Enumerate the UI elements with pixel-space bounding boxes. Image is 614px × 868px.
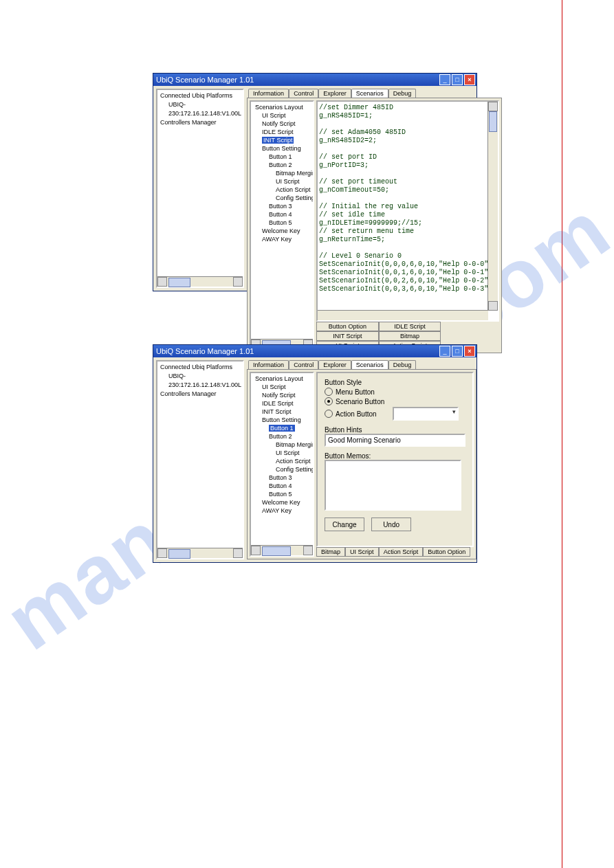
group-button-style: Button Style Menu Button Scenario Button… [325, 379, 465, 421]
scroll-thumb[interactable] [262, 546, 291, 556]
tree-b2-ui-script[interactable]: UI Script [252, 449, 311, 457]
tab-debug[interactable]: Debug [388, 360, 417, 369]
tree-button-5[interactable]: Button 5 [252, 490, 311, 498]
tree-scenarios-layout[interactable]: Scenarios Layout [252, 103, 311, 111]
scroll-right-icon[interactable] [303, 546, 313, 555]
tree-bitmap-merging[interactable]: Bitmap Merging [252, 169, 311, 177]
tree-b2-action-script[interactable]: Action Script [252, 457, 311, 465]
tree-ui-script[interactable]: UI Script [252, 111, 311, 120]
btab-bitmap[interactable]: Bitmap [316, 547, 345, 557]
tree-button-2[interactable]: Button 2 [252, 432, 311, 441]
change-button[interactable]: Change [325, 518, 364, 531]
btab-action-script[interactable]: Action Script [379, 547, 424, 557]
tab-information[interactable]: Information [248, 360, 289, 369]
btab-ui-script[interactable]: UI Script [345, 547, 379, 557]
tree-button-4[interactable]: Button 4 [252, 210, 311, 219]
undo-button[interactable]: Undo [371, 518, 411, 531]
tree-button-3[interactable]: Button 3 [252, 474, 311, 482]
tree-controllers[interactable]: Controllers Manager [159, 390, 241, 399]
scroll-left-icon[interactable] [157, 548, 167, 558]
tree-root[interactable]: Connected Ubiq Platforms [159, 363, 241, 372]
scenario-tree[interactable]: Scenarios Layout UI Script Notify Script… [251, 102, 313, 339]
platforms-tree[interactable]: Connected Ubiq Platforms UBIQ-230:172.16… [157, 90, 243, 276]
scroll-left-icon[interactable] [251, 546, 261, 555]
left-hscroll[interactable] [157, 276, 243, 287]
scroll-thumb[interactable] [168, 549, 190, 559]
tree-b2-config-setting[interactable]: Config Setting [252, 194, 311, 202]
tree-init-script[interactable]: INIT Script [252, 136, 311, 144]
maximize-button[interactable]: □ [452, 74, 463, 85]
tree-button-2[interactable]: Button 2 [252, 161, 311, 169]
tab-explorer[interactable]: Explorer [318, 360, 351, 369]
scroll-up-icon[interactable] [488, 102, 498, 111]
radio-scenario-button[interactable]: Scenario Button [325, 397, 465, 405]
close-button[interactable]: × [464, 346, 475, 357]
minimize-button[interactable]: _ [439, 74, 450, 85]
tree-idle-script[interactable]: IDLE Script [252, 128, 311, 136]
titlebar[interactable]: UbiQ Scenario Manager 1.01 _ □ × [153, 345, 476, 357]
scenario-tree[interactable]: Scenarios Layout UI Script Notify Script… [251, 373, 313, 545]
tab-scenarios[interactable]: Scenarios [351, 89, 388, 98]
tab-information[interactable]: Information [248, 89, 289, 98]
tree-b2-action-script[interactable]: Action Script [252, 186, 311, 194]
tree-away-key[interactable]: AWAY Key [252, 507, 311, 515]
minimize-button[interactable]: _ [439, 346, 450, 357]
scroll-thumb[interactable] [168, 278, 190, 287]
radio-menu-button[interactable]: Menu Button [325, 388, 465, 396]
scroll-left-icon[interactable] [157, 277, 167, 287]
tree-controllers[interactable]: Controllers Manager [159, 118, 241, 127]
window-scenario-manager-1[interactable]: UbiQ Scenario Manager 1.01 _ □ × Connect… [153, 73, 477, 291]
titlebar[interactable]: UbiQ Scenario Manager 1.01 _ □ × [153, 74, 476, 86]
window-controls: _ □ × [439, 74, 475, 85]
tab-debug[interactable]: Debug [388, 89, 417, 98]
tree-button-3[interactable]: Button 3 [252, 202, 311, 210]
tree-notify-script[interactable]: Notify Script [252, 120, 311, 128]
tree-root[interactable]: Connected Ubiq Platforms [159, 91, 241, 100]
input-button-memos[interactable] [325, 460, 461, 511]
tree-button-4[interactable]: Button 4 [252, 482, 311, 490]
btab-init-script[interactable]: INIT Script [316, 331, 379, 341]
tree-button-1[interactable]: Button 1 [252, 153, 311, 161]
tree-b2-config-setting[interactable]: Config Setting [252, 465, 311, 474]
editor-hscroll[interactable] [318, 310, 488, 320]
tab-control[interactable]: Control [289, 360, 318, 369]
tree-idle-script[interactable]: IDLE Script [252, 399, 311, 408]
close-button[interactable]: × [464, 74, 475, 85]
scroll-down-icon[interactable] [488, 301, 498, 311]
editor-vscroll[interactable] [487, 102, 498, 311]
tree-b2-ui-script[interactable]: UI Script [252, 177, 311, 186]
tree-welcome-key[interactable]: Welcome Key [252, 227, 311, 235]
left-hscroll[interactable] [157, 548, 243, 558]
btab-bitmap[interactable]: Bitmap [379, 331, 441, 341]
tree-away-key[interactable]: AWAY Key [252, 235, 311, 243]
maximize-button[interactable]: □ [452, 346, 463, 357]
tree-bitmap-merging[interactable]: Bitmap Merging [252, 441, 311, 449]
btab-idle-script[interactable]: IDLE Script [379, 322, 441, 331]
scroll-thumb[interactable] [489, 111, 497, 132]
tab-scenarios[interactable]: Scenarios [351, 360, 388, 369]
tree-scenarios-layout[interactable]: Scenarios Layout [252, 375, 311, 383]
tree-hscroll[interactable] [251, 545, 313, 555]
tree-node-device[interactable]: UBIQ-230:172.16.12.148:V1.00L [159, 100, 241, 118]
window-scenario-manager-2[interactable]: UbiQ Scenario Manager 1.01 _ □ × Connect… [153, 344, 477, 563]
code-editor[interactable]: //set Dimmer 485ID g_nRS485ID=1; // set … [316, 100, 499, 322]
tab-explorer[interactable]: Explorer [318, 89, 351, 98]
tree-button-5[interactable]: Button 5 [252, 219, 311, 227]
tree-init-script[interactable]: INIT Script [252, 408, 311, 416]
tree-notify-script[interactable]: Notify Script [252, 391, 311, 399]
tab-control[interactable]: Control [289, 89, 318, 98]
platforms-tree[interactable]: Connected Ubiq Platforms UBIQ-230:172.16… [157, 361, 243, 548]
radio-action-button[interactable]: Action Button [325, 410, 376, 418]
btab-button-option[interactable]: Button Option [316, 322, 379, 331]
tree-node-device[interactable]: UBIQ-230:172.16.12.148:V1.00L [159, 372, 241, 390]
tree-button-setting[interactable]: Button Setting [252, 416, 311, 424]
scroll-right-icon[interactable] [233, 277, 243, 287]
input-button-hints[interactable]: Good Morning Scenario [325, 434, 465, 447]
scroll-right-icon[interactable] [233, 548, 243, 558]
btab-button-option[interactable]: Button Option [423, 547, 470, 557]
tree-ui-script[interactable]: UI Script [252, 383, 311, 391]
tree-button-setting[interactable]: Button Setting [252, 144, 311, 153]
tree-welcome-key[interactable]: Welcome Key [252, 498, 311, 507]
action-dropdown[interactable] [393, 407, 459, 421]
tree-button-1[interactable]: Button 1 [252, 424, 311, 432]
